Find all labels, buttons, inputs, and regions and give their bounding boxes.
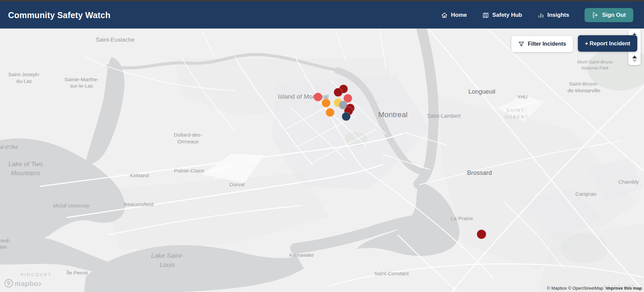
map-label: Mountains bbox=[11, 170, 40, 176]
mapbox-logo[interactable]: mapbox bbox=[3, 278, 41, 290]
map-label: rion bbox=[0, 244, 7, 250]
map-label: Brossard bbox=[467, 170, 492, 176]
report-incident-button[interactable]: + Report Incident bbox=[578, 35, 637, 52]
map-label: La Prairie bbox=[451, 216, 473, 221]
map-label: HUBERT bbox=[505, 115, 529, 119]
bar-chart-icon bbox=[538, 12, 544, 18]
map-label: Pointe-Claire bbox=[174, 168, 204, 174]
map-label: Dollard-des- bbox=[174, 132, 202, 138]
map-label: Saint-Constant bbox=[374, 271, 409, 276]
map-label: SAINT- bbox=[506, 108, 527, 113]
map-label: Longueuil bbox=[468, 89, 495, 95]
incident-marker[interactable] bbox=[342, 112, 351, 121]
nav-item-safety-hub[interactable]: Safety Hub bbox=[482, 12, 522, 19]
mapbox-logo-text: mapbox bbox=[14, 280, 41, 287]
map-label: Louis bbox=[159, 261, 175, 268]
nav-item-safety-hub-label: Safety Hub bbox=[492, 12, 522, 18]
map-label: du-Lac bbox=[16, 79, 32, 84]
main-nav: Home Safety Hub Insights Sign Out bbox=[441, 8, 633, 22]
home-icon bbox=[441, 12, 448, 19]
incident-marker[interactable] bbox=[334, 88, 342, 97]
map-label: reuil- bbox=[0, 238, 10, 243]
report-incident-label: + Report Incident bbox=[585, 40, 630, 46]
map-label: Ormeaux bbox=[177, 139, 199, 144]
nav-item-insights[interactable]: Insights bbox=[538, 12, 569, 18]
map-label: Kirkland bbox=[130, 173, 149, 178]
map-label: Kahnawake bbox=[289, 253, 314, 257]
incident-marker[interactable] bbox=[322, 99, 330, 107]
map-label: Saint-Lambert bbox=[427, 113, 461, 119]
app-header: Community Safety Watch Home Safety Hub I… bbox=[0, 2, 644, 29]
map-label: PINCOURT bbox=[20, 273, 52, 277]
map-canvas[interactable]: Saint-EustacheSaint-Joseph-du-LacSainte-… bbox=[0, 29, 644, 292]
map-label: sur-le-Lac bbox=[70, 83, 93, 89]
map-label: Mont-Saint-Bruno bbox=[577, 60, 613, 64]
map-label: Saint-Joseph- bbox=[8, 72, 40, 77]
map-label: Saint-Bruno- bbox=[569, 81, 598, 87]
sign-out-button[interactable]: Sign Out bbox=[585, 8, 633, 22]
mapbox-attribution-link[interactable]: © Mapbox bbox=[547, 286, 567, 291]
nav-item-insights-label: Insights bbox=[547, 12, 569, 18]
pitch-down-icon bbox=[632, 59, 637, 62]
map-label: Beaconsfield bbox=[124, 202, 154, 207]
map-label: Chambly bbox=[618, 179, 639, 185]
map-label: Sainte-Marthe- bbox=[64, 77, 99, 82]
incident-marker[interactable] bbox=[314, 93, 322, 101]
map-label: Saint-Eustache bbox=[96, 37, 134, 43]
osm-attribution-link[interactable]: © OpenStreetMap bbox=[568, 286, 603, 291]
map-label: McGill University bbox=[53, 203, 89, 208]
map-label: YHU bbox=[517, 95, 527, 99]
filter-incidents-button[interactable]: Filter Incidents bbox=[511, 36, 573, 52]
pitch-control-button[interactable] bbox=[628, 53, 641, 65]
funnel-icon bbox=[518, 41, 524, 47]
map-label: Dorval bbox=[230, 182, 245, 187]
map-label: Lake Saint- bbox=[151, 252, 183, 259]
map-label: Lake of Two bbox=[8, 161, 43, 167]
map-label: Île Perrot bbox=[67, 270, 88, 276]
incident-marker[interactable] bbox=[477, 230, 486, 239]
improve-map-link[interactable]: Improve this map bbox=[606, 286, 642, 291]
map-label: nal d'Oka bbox=[0, 145, 17, 150]
logout-icon bbox=[592, 12, 599, 18]
pitch-up-icon bbox=[632, 55, 637, 58]
map-label: National Park bbox=[581, 66, 608, 70]
map-icon bbox=[482, 12, 489, 19]
sign-out-label: Sign Out bbox=[602, 12, 626, 18]
nav-item-home[interactable]: Home bbox=[441, 12, 467, 19]
map-label: Montreal bbox=[378, 111, 408, 119]
filter-incidents-label: Filter Incidents bbox=[528, 41, 566, 47]
nav-item-home-label: Home bbox=[451, 12, 467, 18]
app-title: Community Safety Watch bbox=[8, 10, 110, 20]
incident-marker[interactable] bbox=[326, 108, 334, 117]
map-label: Carignan bbox=[576, 191, 597, 197]
map-label: de-Montarville bbox=[567, 88, 600, 93]
map-attribution: © Mapbox © OpenStreetMap Improve this ma… bbox=[547, 286, 642, 291]
map-overlay-layer: Saint-EustacheSaint-Joseph-du-LacSainte-… bbox=[0, 29, 644, 292]
